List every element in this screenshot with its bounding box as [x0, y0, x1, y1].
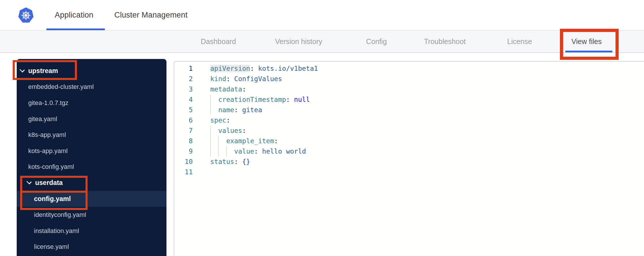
file-label: embedded-cluster.yaml [28, 83, 94, 91]
token-key: creationTimestamp [218, 96, 286, 103]
nav-tab-license[interactable]: License [507, 30, 532, 52]
code-line-7[interactable]: 7 values: [174, 125, 644, 136]
nav-tab-version-history[interactable]: Version history [275, 30, 322, 52]
nav-tab-config[interactable]: Config [366, 30, 387, 52]
code-line-5[interactable]: 5 name: gitea [174, 105, 644, 115]
code-line-6[interactable]: 6spec: [174, 115, 644, 125]
line-number: 1 [174, 63, 193, 74]
code-line-10[interactable]: 10status: {} [174, 156, 644, 167]
file-tree: upstreamembedded-cluster.yamlgitea-1.0.7… [17, 63, 166, 255]
tree-file-license-yaml[interactable]: license.yaml [17, 239, 166, 255]
indent-guide [210, 94, 211, 105]
code-lines: 1apiVersion: kots.io/v1beta12kind: Confi… [174, 63, 644, 177]
code-text: name: gitea [210, 105, 262, 115]
code-line-11[interactable]: 11 [174, 167, 644, 177]
file-label: config.yaml [34, 195, 71, 203]
indent-guide [226, 146, 227, 156]
token-key: values [218, 127, 242, 134]
tree-file-embedded-cluster-yaml[interactable]: embedded-cluster.yaml [17, 79, 166, 95]
tree-file-kots-app-yaml[interactable]: kots-app.yaml [17, 143, 166, 159]
code-line-4[interactable]: 4 creationTimestamp: null [174, 94, 644, 105]
folder-label: upstream [28, 67, 58, 75]
tree-file-gitea-yaml[interactable]: gitea.yaml [17, 111, 166, 127]
tree-folder-upstream[interactable]: upstream [17, 63, 166, 79]
token-p: : [250, 65, 258, 72]
tree-file-kots-config-yaml[interactable]: kots-config.yaml [17, 159, 166, 175]
token-p [210, 127, 218, 134]
token-kw: null [294, 96, 310, 103]
tree-file-identityconfig-yaml[interactable]: identityconfig.yaml [17, 207, 166, 223]
token-val: kots.io/v1beta1 [258, 65, 318, 72]
file-label: kots-app.yaml [28, 147, 68, 155]
indent-guide [210, 136, 211, 146]
file-label: license.yaml [34, 243, 69, 251]
token-p: : [242, 127, 246, 134]
line-number: 10 [174, 156, 193, 167]
code-text: status: {} [210, 156, 250, 167]
file-label: kots-config.yaml [28, 163, 74, 171]
line-number: 2 [174, 74, 193, 84]
code-line-3[interactable]: 3metadata: [174, 84, 644, 94]
active-tab-underline [46, 28, 105, 30]
token-p: : [242, 85, 246, 93]
token-p: : [226, 75, 234, 83]
code-line-9[interactable]: 9 value: hello world [174, 146, 644, 156]
token-val: ConfigValues [234, 75, 282, 83]
nav-tab-troubleshoot[interactable]: Troubleshoot [424, 30, 466, 52]
token-p: : [254, 148, 262, 155]
line-number: 9 [174, 146, 193, 156]
token-key: kind [210, 75, 226, 83]
token-p: : [234, 158, 242, 165]
code-text: metadata: [210, 84, 246, 94]
code-text: values: [210, 125, 246, 136]
code-line-1[interactable]: 1apiVersion: kots.io/v1beta1 [174, 63, 644, 74]
token-key: example_item [226, 137, 274, 145]
code-text: example_item: [210, 136, 278, 146]
token-key: value [234, 148, 254, 155]
token-p: : [286, 96, 294, 103]
token-p: : [274, 137, 278, 145]
nav-tab-dashboard[interactable]: Dashboard [201, 30, 236, 52]
token-p [210, 96, 218, 103]
token-val: gitea [242, 106, 262, 114]
file-tree-sidebar: upstreamembedded-cluster.yamlgitea-1.0.7… [17, 59, 166, 256]
line-number: 3 [174, 84, 193, 94]
code-line-8[interactable]: 8 example_item: [174, 136, 644, 146]
tree-file-config-yaml[interactable]: config.yaml [17, 191, 166, 207]
view-files-active-underline [565, 51, 612, 52]
tree-file-gitea-1-0-7-tgz[interactable]: gitea-1.0.7.tgz [17, 95, 166, 111]
nav-tab-view-files[interactable]: View files [571, 30, 602, 52]
app-subnav: DashboardVersion historyConfigTroublesho… [0, 30, 644, 53]
token-p [210, 148, 234, 155]
token-key: apiVersion [210, 65, 250, 72]
line-number: 11 [174, 167, 193, 177]
tab-application[interactable]: Application [55, 0, 93, 30]
tree-folder-userdata[interactable]: userdata [17, 175, 166, 191]
code-text: kind: ConfigValues [210, 74, 282, 84]
token-key: metadata [210, 85, 242, 93]
indent-guide [210, 125, 211, 136]
code-text: value: hello world [210, 146, 306, 156]
file-label: k8s-app.yaml [28, 131, 66, 139]
code-line-2[interactable]: 2kind: ConfigValues [174, 74, 644, 84]
token-br: {} [242, 158, 250, 165]
line-number: 6 [174, 115, 193, 125]
file-label: installation.yaml [34, 227, 79, 235]
token-key: spec [210, 116, 226, 124]
code-text: spec: [210, 115, 230, 125]
indent-guide [210, 146, 211, 156]
tree-file-installation-yaml[interactable]: installation.yaml [17, 223, 166, 239]
file-label: gitea.yaml [28, 115, 57, 123]
indent-guide [210, 105, 211, 115]
tab-cluster-management[interactable]: Cluster Management [114, 0, 187, 30]
code-text: apiVersion: kots.io/v1beta1 [210, 63, 318, 74]
kubernetes-logo-icon [17, 7, 35, 24]
top-bar: ApplicationCluster Management [0, 0, 644, 30]
file-label: identityconfig.yaml [34, 211, 86, 219]
token-val: hello world [262, 148, 306, 155]
file-contents-editor[interactable]: 1apiVersion: kots.io/v1beta12kind: Confi… [174, 61, 644, 256]
tree-file-k8s-app-yaml[interactable]: k8s-app.yaml [17, 127, 166, 143]
code-text: creationTimestamp: null [210, 94, 310, 105]
chevron-down-icon [26, 179, 32, 184]
token-p [210, 106, 218, 114]
